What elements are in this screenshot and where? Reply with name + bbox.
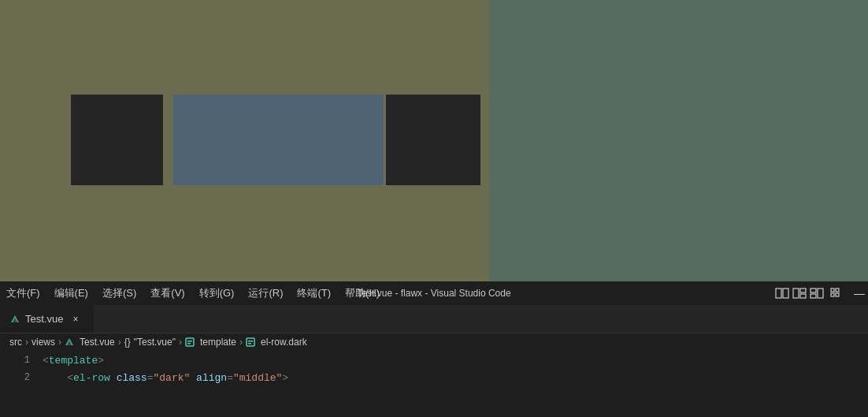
tag-bracket-open: <	[43, 355, 49, 367]
svg-rect-4	[800, 294, 806, 298]
svg-rect-2	[793, 289, 799, 298]
breadcrumb-braces-label: {}	[124, 337, 131, 348]
menu-run[interactable]: 运行(R)	[242, 284, 289, 303]
layout-icons	[775, 288, 844, 299]
code-class-attr: class	[117, 372, 147, 384]
preview-canvas	[0, 0, 868, 281]
breadcrumb-src[interactable]: src	[9, 337, 22, 348]
breadcrumb-template-label: template	[200, 337, 236, 348]
vue-icon	[9, 314, 20, 325]
blue-gray-block	[173, 95, 384, 185]
svg-rect-20	[248, 341, 253, 342]
menu-view[interactable]: 查看(V)	[144, 284, 191, 303]
breadcrumb-vue-icon	[65, 337, 74, 347]
code-space2	[190, 372, 196, 384]
svg-rect-1	[783, 289, 788, 298]
code-eq2: =	[227, 372, 233, 384]
breadcrumb-template-icon	[185, 337, 195, 347]
code-editor: 1 <template> 2 <el-row class="dark" alig…	[0, 350, 868, 417]
svg-rect-17	[187, 341, 192, 342]
svg-rect-6	[811, 294, 816, 298]
breadcrumb-test-vue-label: Test.vue	[80, 337, 115, 348]
code-gt: >	[282, 372, 288, 384]
tab-label: Test.vue	[25, 313, 63, 325]
menu-goto[interactable]: 转到(G)	[193, 284, 241, 303]
svg-rect-5	[811, 289, 816, 292]
line-number-1: 1	[6, 355, 30, 366]
code-line-2: 2 <el-row class="dark" align="middle">	[0, 369, 868, 386]
breadcrumb-template[interactable]: template	[185, 337, 236, 348]
code-lt: <	[67, 372, 73, 384]
code-class-val: "dark"	[153, 372, 190, 384]
breadcrumb-testvue-string[interactable]: "Test.vue"	[134, 337, 176, 348]
breadcrumb-sep-5: ›	[239, 337, 243, 348]
line-number-2: 2	[6, 372, 30, 383]
code-content-2: <el-row class="dark" align="middle">	[43, 372, 862, 384]
svg-rect-0	[776, 289, 781, 298]
breadcrumb-sep-4: ›	[179, 337, 182, 348]
code-line-1: 1 <template>	[0, 352, 868, 369]
menu-terminal[interactable]: 终端(T)	[291, 284, 337, 303]
menu-bar: 文件(F) 编辑(E) 选择(S) 查看(V) 转到(G) 运行(R) 终端(T…	[0, 281, 868, 305]
tab-bar: Test.vue ×	[0, 305, 868, 333]
code-content-1: <template>	[43, 355, 862, 367]
svg-rect-9	[836, 289, 839, 292]
code-align-attr: align	[196, 372, 227, 384]
layout-icon-4[interactable]	[830, 288, 844, 299]
svg-rect-16	[186, 338, 194, 346]
breadcrumb-elrow-label: el-row.dark	[261, 337, 307, 348]
breadcrumb-teststring-label: "Test.vue"	[134, 337, 176, 348]
tag-bracket-close: >	[98, 355, 104, 367]
svg-rect-10	[831, 293, 834, 296]
layout-icon-3[interactable]	[810, 288, 824, 299]
svg-rect-18	[187, 343, 191, 344]
teal-background-block	[490, 0, 868, 281]
menu-edit[interactable]: 编辑(E)	[48, 284, 95, 303]
svg-rect-21	[248, 343, 251, 344]
svg-rect-11	[836, 293, 839, 296]
code-align-val: "middle"	[233, 372, 282, 384]
breadcrumb-braces[interactable]: {}	[124, 337, 131, 348]
breadcrumb-sep-1: ›	[25, 337, 28, 348]
breadcrumb-src-label: src	[9, 337, 22, 348]
code-space1	[110, 372, 117, 384]
window-title: Test.vue - flawx - Visual Studio Code	[357, 288, 510, 299]
breadcrumb: src › views › Test.vue › {} "Test.vue" ›…	[0, 333, 868, 350]
breadcrumb-test-vue[interactable]: Test.vue	[65, 337, 115, 348]
window-minimize[interactable]: —	[851, 285, 868, 301]
window-controls: —	[775, 285, 868, 301]
dark-block-left	[71, 95, 163, 185]
menu-select[interactable]: 选择(S)	[96, 284, 143, 303]
dark-block-right	[386, 95, 480, 185]
menu-file[interactable]: 文件(F)	[0, 284, 46, 303]
tag-template: template	[49, 355, 98, 367]
svg-rect-8	[831, 289, 834, 292]
layout-icon-2[interactable]	[792, 288, 807, 299]
breadcrumb-elrow-icon	[246, 337, 255, 347]
breadcrumb-views-label: views	[32, 337, 55, 348]
breadcrumb-el-row[interactable]: el-row.dark	[246, 337, 307, 348]
layout-icon-1[interactable]	[775, 288, 789, 299]
svg-rect-7	[818, 289, 823, 298]
breadcrumb-views[interactable]: views	[32, 337, 55, 348]
svg-rect-3	[800, 289, 806, 292]
tab-test-vue[interactable]: Test.vue ×	[0, 305, 95, 333]
breadcrumb-sep-2: ›	[58, 337, 61, 348]
code-el-row: el-row	[73, 372, 110, 384]
svg-rect-19	[247, 338, 254, 346]
tab-close-button[interactable]: ×	[71, 314, 80, 325]
breadcrumb-sep-3: ›	[118, 337, 121, 348]
